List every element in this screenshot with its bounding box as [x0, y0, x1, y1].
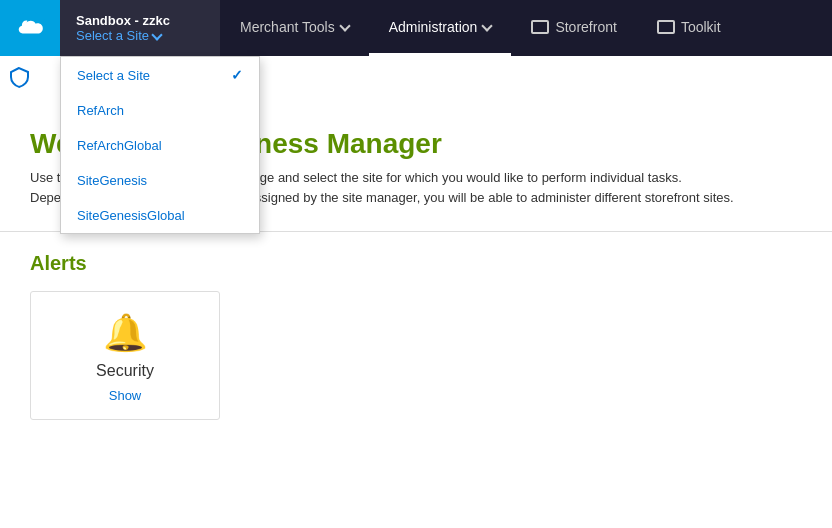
security-alert-show-link[interactable]: Show — [109, 388, 142, 403]
select-site-chevron-icon — [151, 29, 162, 40]
toolkit-label: Toolkit — [681, 19, 721, 35]
nav-item-storefront[interactable]: Storefront — [511, 0, 636, 56]
merchant-tools-label: Merchant Tools — [240, 19, 335, 35]
bell-icon: 🔔 — [103, 312, 148, 354]
dropdown-item-label: SiteGenesisGlobal — [77, 208, 185, 223]
dropdown-item-label: SiteGenesis — [77, 173, 147, 188]
nav-items: Merchant Tools Administration Storefront… — [220, 0, 832, 56]
administration-label: Administration — [389, 19, 478, 35]
dropdown-item-refarch[interactable]: RefArch — [61, 93, 259, 128]
merchant-tools-chevron-icon — [339, 20, 350, 31]
nav-item-merchant-tools[interactable]: Merchant Tools — [220, 0, 369, 56]
administration-chevron-icon — [482, 20, 493, 31]
storefront-label: Storefront — [555, 19, 616, 35]
nav-item-administration[interactable]: Administration — [369, 0, 512, 56]
toolkit-window-icon — [657, 20, 675, 34]
site-dropdown: Select a Site ✓ RefArch RefArchGlobal Si… — [60, 56, 260, 234]
dropdown-item-select-a-site[interactable]: Select a Site ✓ — [61, 57, 259, 93]
alerts-section: Alerts 🔔 Security Show — [30, 252, 802, 420]
dropdown-item-sitegenesiglobal[interactable]: SiteGenesisGlobal — [61, 198, 259, 233]
shield-icon — [8, 66, 30, 88]
dropdown-item-label: Select a Site — [77, 68, 150, 83]
topbar: Sandbox - zzkc Select a Site Merchant To… — [0, 0, 832, 56]
dropdown-item-sitegenesis[interactable]: SiteGenesis — [61, 163, 259, 198]
sandbox-info: Sandbox - zzkc Select a Site — [60, 0, 220, 56]
security-alert-card: 🔔 Security Show — [30, 291, 220, 420]
security-alert-label: Security — [96, 362, 154, 380]
sandbox-name: Sandbox - zzkc — [76, 13, 204, 28]
selected-checkmark-icon: ✓ — [231, 67, 243, 83]
dropdown-item-label: RefArchGlobal — [77, 138, 162, 153]
storefront-window-icon — [531, 20, 549, 34]
dropdown-item-label: RefArch — [77, 103, 124, 118]
alerts-title: Alerts — [30, 252, 802, 275]
select-site-label: Select a Site — [76, 28, 149, 43]
nav-item-toolkit[interactable]: Toolkit — [637, 0, 741, 56]
dropdown-item-refarchglobal[interactable]: RefArchGlobal — [61, 128, 259, 163]
salesforce-logo[interactable] — [0, 0, 60, 56]
select-site-button[interactable]: Select a Site — [76, 28, 204, 43]
